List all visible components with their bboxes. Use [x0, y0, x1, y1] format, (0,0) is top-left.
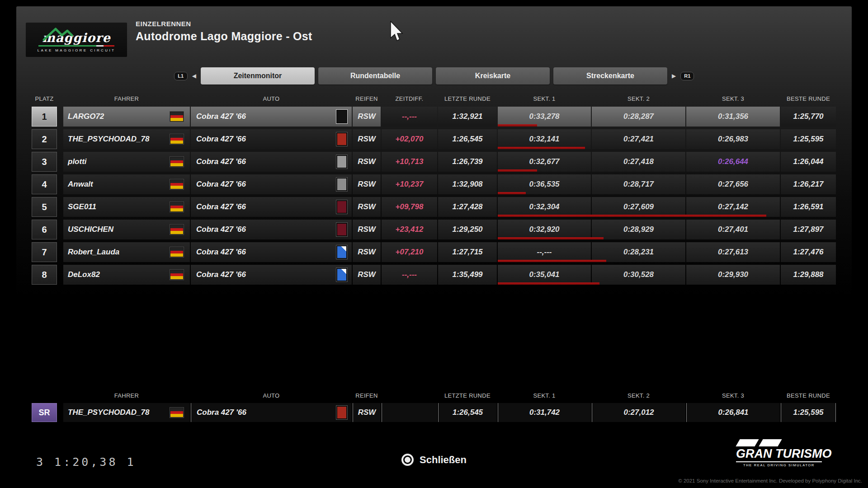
- last-lap-cell: 1:27,428: [438, 197, 497, 217]
- focus-table-header: FAHRER AUTO REIFEN LETZTE RUNDE SEKT. 1 …: [32, 389, 836, 401]
- copyright-text: © 2021 Sony Interactive Entertainment In…: [678, 478, 862, 483]
- gt-logo-bars-icon: [738, 439, 822, 446]
- car-color-swatch: [336, 223, 347, 236]
- tyre-cell: RSW: [353, 174, 381, 194]
- gt-tagline: THE REAL DRIVING SIMULATOR: [736, 461, 822, 467]
- table-row[interactable]: 3 plotti Cobra 427 '66 RSW +10,713 1:26,…: [32, 152, 836, 172]
- tab-zeitenmonitor[interactable]: Zeitenmonitor: [201, 67, 315, 84]
- table-header: PLATZ FAHRER AUTO REIFEN ZEITDIFF. LETZT…: [32, 92, 836, 105]
- focus-sector2-cell: 0:27,012: [592, 403, 685, 422]
- last-lap-cell: 1:32,908: [438, 174, 497, 194]
- last-lap-cell: 1:29,250: [438, 220, 497, 239]
- gap-cell: +10,237: [382, 174, 437, 194]
- logo-underline: [38, 45, 114, 47]
- sector1-cell: 0:32,304: [498, 197, 591, 217]
- position-cell: 7: [32, 242, 57, 262]
- flag-germany-icon: [170, 270, 184, 280]
- close-label: Schließen: [420, 454, 467, 466]
- focus-car-name: Cobra 427 '66: [197, 408, 246, 417]
- logo-subtitle: LAKE MAGGIORE CIRCUIT: [38, 48, 116, 52]
- table-row[interactable]: 8 DeLox82 Cobra 427 '66 RSW --,--- 1:35,…: [32, 265, 836, 285]
- focus-col-auto: AUTO: [191, 392, 352, 401]
- focus-col-sekt3: SEKT. 3: [686, 392, 780, 401]
- table-row[interactable]: 5 SGE011 Cobra 427 '66 RSW +09,798 1:27,…: [32, 197, 836, 217]
- sr-badge: SR: [32, 403, 57, 422]
- focus-driver-cell: THE_PSYCHODAD_78: [63, 403, 190, 422]
- driver-cell: THE_PSYCHODAD_78: [63, 129, 190, 149]
- best-lap-cell: 1:26,591: [781, 197, 836, 217]
- table-row[interactable]: 1 LARGO72 Cobra 427 '66 RSW --,--- 1:32,…: [32, 107, 836, 127]
- event-type-label: EINZELRENNEN: [136, 20, 191, 28]
- tab-kreiskarte[interactable]: Kreiskarte: [436, 67, 550, 84]
- r1-button-icon[interactable]: R1: [680, 72, 694, 80]
- gap-cell: +07,210: [382, 242, 437, 262]
- tab-streckenkarte[interactable]: Streckenkarte: [553, 67, 667, 84]
- timing-rows: 1 LARGO72 Cobra 427 '66 RSW --,--- 1:32,…: [32, 107, 836, 287]
- sector-progress-bar: [498, 169, 537, 172]
- position-cell: 5: [32, 197, 57, 217]
- driver-name: LARGO72: [68, 112, 104, 121]
- car-color-swatch: [336, 245, 347, 259]
- sector2-cell: 0:28,929: [592, 220, 685, 239]
- driver-name: DeLox82: [68, 270, 100, 279]
- gap-cell: +10,713: [382, 152, 437, 172]
- table-row[interactable]: 4 Anwalt Cobra 427 '66 RSW +10,237 1:32,…: [32, 174, 836, 194]
- gap-cell: +09,798: [382, 197, 437, 217]
- driver-cell: DeLox82: [63, 265, 190, 285]
- car-name: Cobra 427 '66: [196, 202, 246, 211]
- sector1-cell: 0:32,141: [498, 129, 591, 149]
- car-name: Cobra 427 '66: [196, 270, 246, 279]
- car-cell: Cobra 427 '66: [191, 174, 352, 194]
- tab-rundentabelle[interactable]: Rundentabelle: [318, 67, 432, 84]
- flag-germany-icon: [170, 408, 184, 418]
- car-cell: Cobra 427 '66: [191, 197, 352, 217]
- driver-name: Anwalt: [68, 180, 93, 189]
- car-name: Cobra 427 '66: [196, 135, 246, 144]
- col-platz: PLATZ: [32, 95, 57, 105]
- col-sekt3: SEKT. 3: [686, 95, 780, 105]
- sector1-cell: 0:33,278: [498, 107, 591, 127]
- timing-monitor-screen: maggiore LAKE MAGGIORE CIRCUIT EINZELREN…: [0, 0, 868, 488]
- gap-cell: --,---: [382, 107, 437, 127]
- focus-col-beste-runde: BESTE RUNDE: [781, 392, 836, 401]
- col-letzte-runde: LETZTE RUNDE: [438, 95, 497, 105]
- row-spacer: [58, 152, 62, 172]
- position-cell: 4: [32, 174, 57, 194]
- table-row[interactable]: 7 Robert_Lauda Cobra 427 '66 RSW +07,210…: [32, 242, 836, 262]
- flag-germany-icon: [170, 225, 184, 235]
- gt-wordmark: GRAN TURISMO: [736, 447, 822, 461]
- sector3-cell: 0:27,401: [686, 220, 780, 239]
- l1-button-icon[interactable]: L1: [174, 72, 188, 80]
- car-name: Cobra 427 '66: [196, 157, 246, 166]
- focus-col-sekt1: SEKT. 1: [498, 392, 591, 401]
- focus-row[interactable]: SR THE_PSYCHODAD_78 Cobra 427 '66 RSW 1:…: [32, 403, 836, 422]
- car-name: Cobra 427 '66: [196, 112, 246, 121]
- best-lap-cell: 1:26,217: [781, 174, 836, 194]
- col-auto: AUTO: [191, 95, 352, 105]
- sector1-cell: 0:32,677: [498, 152, 591, 172]
- prev-arrow-icon: ◀: [192, 73, 196, 79]
- sector3-cell: 0:26,644: [686, 152, 780, 172]
- flag-germany-icon: [170, 247, 184, 257]
- track-logo: maggiore LAKE MAGGIORE CIRCUIT: [26, 23, 127, 57]
- driver-cell: Robert_Lauda: [63, 242, 190, 262]
- driver-cell: plotti: [63, 152, 190, 172]
- position-cell: 8: [32, 265, 57, 285]
- car-cell: Cobra 427 '66: [191, 265, 352, 285]
- table-row[interactable]: 2 THE_PSYCHODAD_78 Cobra 427 '66 RSW +02…: [32, 129, 836, 149]
- col-reifen: REIFEN: [353, 95, 381, 105]
- car-color-swatch: [336, 268, 347, 282]
- next-arrow-icon: ▶: [672, 73, 676, 79]
- sector3-cell: 0:29,930: [686, 265, 780, 285]
- sector1-cell: 0:35,041: [498, 265, 591, 285]
- tyre-cell: RSW: [353, 152, 381, 172]
- sector2-cell: 0:27,418: [592, 152, 685, 172]
- gap-cell: --,---: [382, 265, 437, 285]
- col-beste-runde: BESTE RUNDE: [781, 95, 836, 105]
- table-row[interactable]: 6 USCHICHEN Cobra 427 '66 RSW +23,412 1:…: [32, 220, 836, 239]
- row-spacer: [58, 265, 62, 285]
- driver-cell: LARGO72: [63, 107, 190, 127]
- driver-name: plotti: [68, 157, 87, 166]
- best-lap-cell: 1:25,595: [781, 129, 836, 149]
- row-spacer: [58, 403, 62, 422]
